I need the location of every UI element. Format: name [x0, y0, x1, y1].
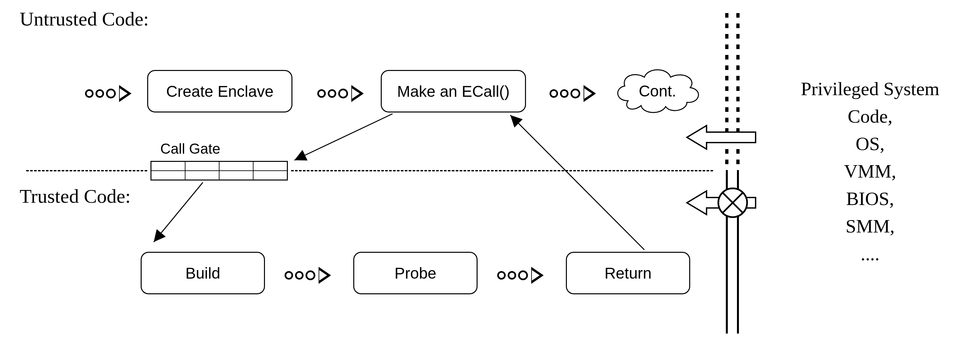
priv-line7: .... [772, 240, 968, 268]
cont-text: Cont. [639, 82, 676, 100]
probe-box: Probe [353, 252, 477, 294]
svg-line-1 [154, 182, 203, 242]
call-gate-icon [151, 161, 288, 181]
untrusted-label: Untrusted Code: [20, 8, 149, 30]
trust-boundary-line [26, 170, 147, 171]
svg-line-2 [510, 115, 644, 250]
block-arrow-icon [684, 183, 759, 222]
build-text: Build [186, 264, 221, 282]
return-box: Return [566, 252, 690, 294]
ecall-text: Make an ECall() [397, 82, 510, 100]
flow-marker-icon [497, 267, 544, 284]
priv-line4: VMM, [772, 158, 968, 185]
return-text: Return [605, 264, 652, 282]
flow-marker-icon [549, 85, 596, 102]
privileged-text: Privileged System Code, OS, VMM, BIOS, S… [772, 75, 968, 268]
priv-line2: Code, [772, 103, 968, 130]
probe-text: Probe [395, 264, 436, 282]
cont-cloud: Cont. [612, 65, 703, 117]
flow-marker-icon [285, 267, 331, 284]
priv-line3: OS, [772, 130, 968, 158]
trust-boundary-line [291, 170, 713, 171]
flow-marker-icon [317, 85, 364, 102]
boundary-wall [713, 13, 752, 333]
trusted-label: Trusted Code: [20, 185, 131, 208]
flow-marker-icon [85, 85, 132, 102]
svg-line-0 [294, 114, 393, 160]
priv-line1: Privileged System [772, 75, 968, 103]
priv-line6: SMM, [772, 212, 968, 240]
build-box: Build [141, 252, 265, 294]
ecall-box: Make an ECall() [381, 70, 526, 113]
callgate-label: Call Gate [160, 141, 220, 157]
priv-line5: BIOS, [772, 185, 968, 212]
create-enclave-box: Create Enclave [147, 70, 293, 113]
create-enclave-text: Create Enclave [166, 82, 274, 100]
allow-arrow-icon [684, 121, 759, 154]
